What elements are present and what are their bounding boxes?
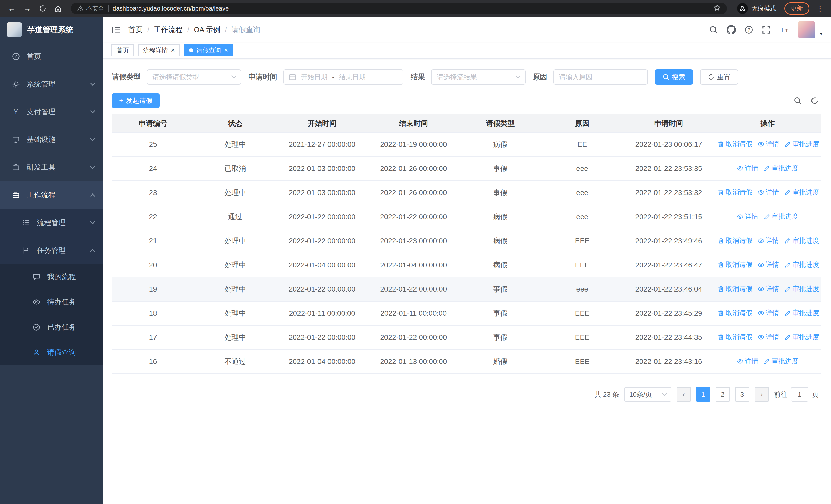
edit-icon [764,213,770,220]
action-label: 详情 [766,140,779,149]
result-select[interactable]: 请选择流结果 [431,69,525,85]
breadcrumb-item[interactable]: 工作流程 [154,25,183,35]
action-progress-link[interactable]: 审批进度 [784,236,819,245]
action-cancel-link[interactable]: 取消请假 [718,333,752,342]
sidebar-item-system[interactable]: 系统管理 [0,70,103,98]
bookmark-star-icon[interactable] [713,4,721,13]
sidebar-item-infrastructure[interactable]: 基础设施 [0,126,103,153]
cell-applied: 2022-01-22 23:44:35 [623,325,714,350]
action-cancel-link[interactable]: 取消请假 [718,236,752,245]
sidebar-item-home[interactable]: 首页 [0,42,103,70]
page-buttons: 123 [696,387,749,402]
security-warning[interactable]: 不安全 [77,5,104,12]
action-progress-link[interactable]: 审批进度 [784,333,819,342]
refresh-table-icon[interactable] [810,96,819,105]
action-detail-link[interactable]: 详情 [757,188,779,197]
trash-icon [718,141,724,148]
sidebar-item-task-management[interactable]: 任务管理 [0,237,103,264]
tab-leave-query[interactable]: 请假查询 × [184,45,233,56]
action-cancel-link[interactable]: 取消请假 [718,308,752,318]
action-progress-link[interactable]: 审批进度 [764,164,798,173]
edit-icon [764,358,770,365]
edit-icon [784,262,791,268]
page-button-2[interactable]: 2 [716,387,730,402]
cell-actions: 取消请假详情审批进度 [715,325,821,350]
app-logo[interactable]: 芋道管理系统 [0,17,103,42]
forward-icon[interactable]: → [21,2,34,15]
action-progress-link[interactable]: 审批进度 [764,357,798,366]
close-icon[interactable]: × [224,47,228,53]
action-progress-link[interactable]: 审批进度 [784,284,819,293]
cell-applied: 2022-01-22 23:45:29 [623,301,714,325]
url-text[interactable]: dashboard.yudao.iocoder.cn/bpm/oa/leave [113,5,229,12]
date-range-picker[interactable]: 开始日期 - 结束日期 [283,69,403,85]
action-detail-link[interactable]: 详情 [757,260,779,269]
address-bar[interactable]: 不安全 dashboard.yudao.iocoder.cn/bpm/oa/le… [71,3,727,14]
font-size-icon[interactable]: TT [779,25,789,34]
breadcrumb-item[interactable]: OA 示例 [194,25,221,35]
action-progress-link[interactable]: 审批进度 [784,260,819,269]
fullscreen-icon[interactable] [762,25,771,34]
action-detail-link[interactable]: 详情 [757,284,779,293]
sidebar-item-my-processes[interactable]: 我的流程 [0,264,103,290]
breadcrumb-item[interactable]: 首页 [128,25,143,35]
action-cancel-link[interactable]: 取消请假 [718,260,752,269]
cell-start: 2022-01-22 00:00:00 [277,229,368,253]
goto-page-input[interactable] [791,387,808,402]
action-detail-link[interactable]: 详情 [737,357,758,366]
collapse-menu-icon[interactable] [111,25,121,34]
action-progress-link[interactable]: 审批进度 [784,308,819,318]
github-icon[interactable] [726,25,736,34]
back-icon[interactable]: ← [5,2,19,15]
omnibox-divider [108,5,109,11]
reset-button[interactable]: 重置 [700,69,738,85]
action-cancel-link[interactable]: 取消请假 [718,284,752,293]
sidebar-item-label: 系统管理 [27,79,85,89]
sidebar-item-process-management[interactable]: 流程管理 [0,209,103,237]
browser-update-button[interactable]: 更新 [784,2,809,14]
cell-type: 病假 [459,205,541,229]
page-button-1[interactable]: 1 [696,387,710,402]
next-page-button[interactable]: › [754,387,769,402]
search-button[interactable]: 搜索 [655,69,693,85]
action-label: 审批进度 [772,212,798,221]
action-cancel-link[interactable]: 取消请假 [718,188,752,197]
action-label: 取消请假 [726,333,752,342]
sidebar-item-leave-query[interactable]: 请假查询 [0,340,103,365]
search-icon[interactable] [709,25,718,34]
prev-page-button[interactable]: ‹ [677,387,691,402]
avatar-caret-icon[interactable]: ▾ [820,31,822,38]
action-detail-link[interactable]: 详情 [737,164,758,173]
create-leave-button[interactable]: + 发起请假 [112,93,160,108]
action-progress-link[interactable]: 审批进度 [764,212,798,221]
action-detail-link[interactable]: 详情 [757,236,779,245]
home-icon[interactable] [51,2,65,15]
cell-actions: 取消请假详情审批进度 [715,229,821,253]
sidebar: 芋道管理系统 首页 系统管理 ¥ 支付管理 [0,17,103,504]
sidebar-item-payment[interactable]: ¥ 支付管理 [0,98,103,126]
page-size-select[interactable]: 10条/页 [624,387,671,402]
sidebar-item-devtools[interactable]: 研发工具 [0,153,103,181]
action-detail-link[interactable]: 详情 [757,333,779,342]
close-icon[interactable]: × [171,47,175,53]
action-detail-link[interactable]: 详情 [737,212,758,221]
refresh-icon[interactable] [36,2,49,15]
reason-input[interactable]: 请输入原因 [553,69,648,85]
action-progress-link[interactable]: 审批进度 [784,188,819,197]
sidebar-item-done-tasks[interactable]: 已办任务 [0,315,103,340]
search-toggle-icon[interactable] [794,96,802,105]
filter-form: 请假类型 请选择请假类型 申请时间 开始日期 - 结束日期 [112,69,821,85]
action-cancel-link[interactable]: 取消请假 [718,140,752,149]
tab-process-detail[interactable]: 流程详情 × [138,45,180,56]
leave-type-select[interactable]: 请选择请假类型 [147,69,241,85]
browser-menu-icon[interactable]: ⋮ [814,4,826,13]
sidebar-item-workflow[interactable]: 工作流程 [0,181,103,209]
action-detail-link[interactable]: 详情 [757,140,779,149]
user-avatar[interactable] [798,21,815,38]
action-detail-link[interactable]: 详情 [757,308,779,318]
sidebar-item-pending-tasks[interactable]: 待办任务 [0,290,103,315]
tab-home[interactable]: 首页 [111,45,134,56]
page-button-3[interactable]: 3 [735,387,749,402]
action-progress-link[interactable]: 审批进度 [784,140,819,149]
help-icon[interactable]: ? [745,25,753,34]
